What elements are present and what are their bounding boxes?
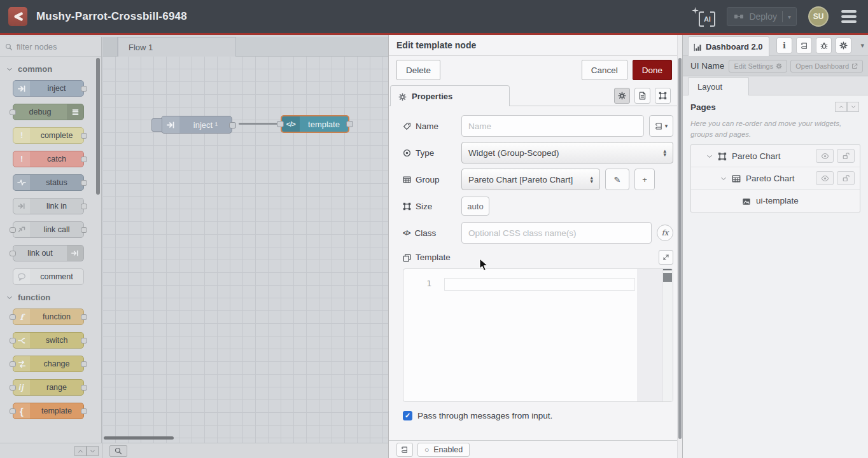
- layout-tree: Pareto Chart Pareto Chart: [690, 144, 860, 212]
- deploy-caret-icon[interactable]: ▾: [788, 13, 791, 20]
- input-port: [10, 227, 16, 233]
- node-enabled-toggle[interactable]: ○ Enabled: [417, 443, 470, 457]
- input-port[interactable]: [277, 121, 284, 127]
- canvas-node-inject[interactable]: inject ¹: [161, 116, 232, 134]
- output-port: [81, 156, 87, 162]
- tree-row-widget-ui-template[interactable]: ui-template: [691, 190, 860, 212]
- deploy-button[interactable]: Deploy ▾: [727, 7, 797, 26]
- ai-assistant-button[interactable]: AI: [694, 6, 715, 27]
- palette-node-function[interactable]: f function: [13, 309, 84, 325]
- palette-node-switch[interactable]: switch: [13, 332, 84, 349]
- palette-node-link-in[interactable]: link in: [13, 198, 84, 214]
- canvas-node-template-selected[interactable]: </> template: [281, 115, 349, 133]
- chevron-down-icon[interactable]: [720, 174, 727, 183]
- editor-minimap[interactable]: [637, 269, 662, 401]
- visibility-toggle-button[interactable]: [816, 171, 834, 185]
- edit-group-button[interactable]: ✎: [605, 169, 629, 190]
- cancel-button[interactable]: Cancel: [582, 60, 627, 80]
- move-up-button[interactable]: [835, 102, 847, 112]
- info-tab-button[interactable]: i: [776, 38, 792, 53]
- canvas-search-button[interactable]: [109, 445, 127, 457]
- edit-settings-button[interactable]: Edit Settings: [729, 60, 787, 73]
- help-tab-button[interactable]: [796, 38, 812, 53]
- palette-category-function[interactable]: function: [6, 293, 101, 302]
- palette-node-template[interactable]: { template: [13, 403, 84, 419]
- properties-view-button[interactable]: [614, 88, 630, 104]
- tab-properties[interactable]: Properties: [390, 85, 510, 106]
- palette-node-label: link out: [13, 249, 67, 258]
- group-select[interactable]: Pareto Chart [Pareto Chart] ▴▾: [461, 169, 600, 190]
- appearance-view-button[interactable]: [655, 88, 671, 104]
- flow-tabbar: Flow 1: [102, 37, 388, 57]
- palette-scrollbar[interactable]: [96, 58, 100, 195]
- visibility-toggle-button[interactable]: [816, 149, 834, 163]
- dialog-scrollbar[interactable]: [677, 35, 682, 458]
- palette-node-label: range: [30, 383, 83, 392]
- chevron-down-icon[interactable]: [706, 151, 713, 161]
- lock-toggle-button[interactable]: [837, 149, 855, 163]
- tree-row-page-pareto-chart[interactable]: Pareto Chart: [691, 145, 860, 167]
- config-nodes-tab-button[interactable]: [836, 38, 851, 53]
- input-port: [10, 385, 16, 391]
- palette-search[interactable]: filter nodes: [0, 37, 101, 57]
- type-select[interactable]: Widget (Group-Scoped) ▴▾: [461, 142, 673, 163]
- external-link-icon: [851, 63, 858, 69]
- wire[interactable]: [239, 123, 282, 125]
- palette-node-catch[interactable]: ! catch: [13, 151, 84, 167]
- palette-node-label: template: [30, 406, 83, 415]
- flow-canvas[interactable]: Flow 1 inject ¹ </> template: [102, 37, 388, 443]
- output-port[interactable]: [229, 122, 236, 128]
- sidebar-tab-menu-caret[interactable]: ▾: [860, 41, 864, 50]
- canvas-horizontal-scrollbar[interactable]: [104, 436, 174, 440]
- class-expression-button[interactable]: fx: [657, 225, 673, 241]
- palette-scroll-down-button[interactable]: [87, 446, 99, 456]
- main-menu-button[interactable]: [840, 8, 858, 25]
- editor-scrollbar-thumb[interactable]: [663, 273, 672, 282]
- size-auto-button[interactable]: auto: [461, 197, 489, 216]
- name-library-button[interactable]: ▾: [649, 115, 673, 137]
- palette-node-comment[interactable]: comment: [13, 268, 84, 285]
- tab-dashboard[interactable]: Dashboard 2.0: [688, 36, 769, 56]
- class-field-label: </> Class: [403, 228, 461, 238]
- class-input[interactable]: [461, 222, 652, 244]
- tree-row-group-pareto-chart[interactable]: Pareto Chart: [691, 167, 860, 190]
- debug-tab-button[interactable]: [816, 38, 832, 53]
- group-table-icon: [732, 174, 741, 184]
- palette-node-debug[interactable]: debug: [13, 104, 84, 120]
- passthrough-checkbox[interactable]: ✓: [403, 411, 412, 420]
- palette-node-label: inject: [30, 84, 83, 93]
- inject-trigger-button[interactable]: [151, 118, 162, 132]
- user-avatar[interactable]: SU: [808, 6, 829, 27]
- palette-node-range[interactable]: ij range: [13, 379, 84, 396]
- delete-button[interactable]: Delete: [396, 60, 440, 80]
- output-port[interactable]: [346, 121, 353, 127]
- done-button[interactable]: Done: [633, 60, 672, 80]
- palette-scroll-up-button[interactable]: [74, 446, 87, 456]
- flow-tab[interactable]: Flow 1: [118, 37, 236, 57]
- complete-icon: !: [13, 128, 30, 143]
- dialog-scrollbar-thumb[interactable]: [678, 58, 682, 439]
- palette-node-complete[interactable]: ! complete: [13, 127, 84, 144]
- library-button[interactable]: [396, 443, 413, 457]
- palette-node-status[interactable]: status: [13, 174, 84, 191]
- template-code-editor[interactable]: 1: [403, 268, 673, 402]
- gear-icon: [776, 63, 782, 69]
- lock-toggle-button[interactable]: [837, 171, 855, 185]
- editor-scrollbar[interactable]: [662, 269, 673, 401]
- tab-layout[interactable]: Layout: [688, 77, 749, 95]
- palette-node-label: function: [30, 312, 83, 321]
- palette-node-change[interactable]: change: [13, 356, 84, 372]
- input-port: [10, 361, 16, 367]
- open-dashboard-button[interactable]: Open Dashboard: [790, 60, 863, 73]
- palette-node-inject[interactable]: inject: [13, 80, 84, 97]
- palette-node-link-call[interactable]: link call: [13, 221, 84, 238]
- palette-category-common[interactable]: common: [6, 64, 101, 74]
- deploy-label: Deploy: [749, 11, 777, 22]
- palette-node-link-out[interactable]: link out: [13, 245, 84, 261]
- move-down-button[interactable]: [847, 102, 859, 112]
- description-view-button[interactable]: [634, 88, 650, 104]
- name-input[interactable]: [461, 115, 644, 137]
- expand-editor-button[interactable]: [659, 250, 673, 265]
- output-port: [81, 227, 87, 233]
- add-group-button[interactable]: +: [634, 169, 655, 190]
